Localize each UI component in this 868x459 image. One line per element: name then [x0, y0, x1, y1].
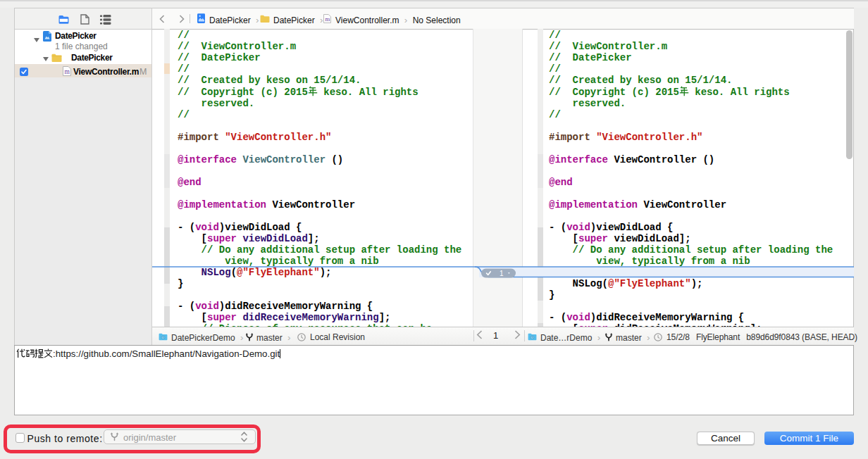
- svg-text:m: m: [65, 68, 70, 75]
- svg-text:1: 1: [500, 270, 504, 277]
- svg-text:m: m: [325, 15, 330, 23]
